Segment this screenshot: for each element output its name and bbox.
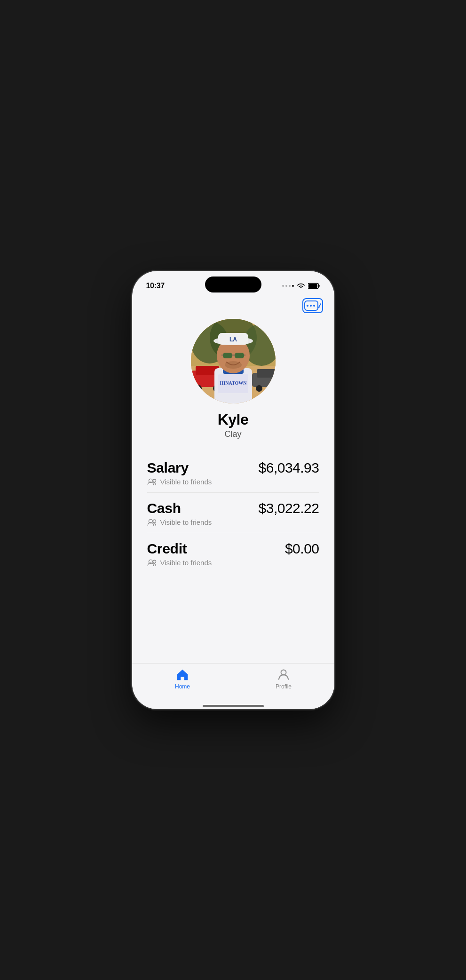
finance-row-cash: Cash $3,022.22 — [147, 500, 319, 516]
home-bar — [203, 705, 264, 707]
finance-visibility-text-salary: Visible to friends — [160, 478, 212, 486]
home-indicator — [132, 705, 334, 709]
finance-label-salary: Salary — [147, 460, 189, 476]
tab-home[interactable]: Home — [132, 668, 233, 690]
finance-visibility-credit: Visible to friends — [147, 559, 319, 567]
finance-item-credit: Credit $0.00 Visible to friends — [147, 533, 319, 573]
avatar-section: HINATOWN LA — [132, 313, 334, 449]
edit-button[interactable] — [302, 298, 323, 313]
svg-point-37 — [153, 479, 156, 482]
scroll-content[interactable]: HINATOWN LA — [132, 294, 334, 663]
finance-amount-salary: $6,034.93 — [259, 460, 319, 476]
finance-visibility-text-cash: Visible to friends — [160, 518, 212, 526]
home-icon — [176, 668, 189, 681]
wifi-icon — [297, 283, 305, 289]
profile-icon — [277, 668, 290, 681]
dynamic-island — [205, 277, 261, 292]
status-time: 10:37 — [146, 282, 165, 290]
user-handle: Clay — [224, 429, 241, 439]
finance-visibility-salary: Visible to friends — [147, 478, 319, 486]
finance-item-cash: Cash $3,022.22 Visible to friends — [147, 493, 319, 533]
finance-visibility-cash: Visible to friends — [147, 518, 319, 526]
svg-point-39 — [153, 520, 156, 522]
finance-amount-cash: $3,022.22 — [259, 500, 319, 516]
edit-button-area — [132, 294, 334, 313]
avatar: HINATOWN LA — [191, 319, 276, 403]
svg-text:LA: LA — [229, 336, 237, 343]
svg-text:HINATOWN: HINATOWN — [220, 380, 247, 386]
user-name: Kyle — [218, 411, 249, 428]
phone-screen: 10:37 — [132, 271, 334, 709]
svg-point-42 — [281, 670, 286, 675]
finance-row-salary: Salary $6,034.93 — [147, 460, 319, 476]
svg-rect-31 — [235, 353, 244, 358]
battery-icon — [308, 283, 320, 289]
svg-point-41 — [153, 560, 156, 563]
signal-icon — [282, 285, 294, 287]
finance-amount-credit: $0.00 — [285, 541, 319, 557]
svg-rect-1 — [308, 284, 317, 288]
friends-icon-credit — [147, 559, 158, 567]
svg-line-8 — [318, 308, 319, 308]
tab-home-label: Home — [175, 683, 190, 690]
svg-point-3 — [307, 305, 308, 307]
svg-point-5 — [313, 305, 315, 307]
tab-bar: Home Profile — [132, 663, 334, 705]
finance-list: Salary $6,034.93 Visible to friends — [132, 449, 334, 573]
status-icons — [282, 283, 320, 289]
spacer — [132, 573, 334, 620]
tab-profile-label: Profile — [276, 683, 292, 690]
svg-rect-19 — [257, 369, 276, 378]
phone-frame: 10:37 — [132, 271, 334, 709]
svg-line-6 — [319, 302, 321, 307]
finance-visibility-text-credit: Visible to friends — [160, 559, 212, 567]
finance-item-salary: Salary $6,034.93 Visible to friends — [147, 452, 319, 492]
tab-profile[interactable]: Profile — [233, 668, 334, 690]
finance-row-credit: Credit $0.00 — [147, 541, 319, 557]
svg-point-4 — [310, 305, 312, 307]
finance-label-credit: Credit — [147, 541, 187, 557]
friends-icon-salary — [147, 478, 158, 486]
svg-point-20 — [256, 385, 262, 392]
svg-point-16 — [194, 385, 202, 392]
svg-point-35 — [225, 361, 242, 369]
finance-label-cash: Cash — [147, 500, 181, 516]
svg-rect-30 — [223, 353, 232, 358]
friends-icon-cash — [147, 519, 158, 526]
